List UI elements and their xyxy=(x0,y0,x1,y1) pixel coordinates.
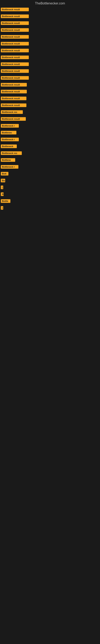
bar-row: Bottleneck result xyxy=(0,14,100,19)
bar-row: Bottlene xyxy=(0,158,100,162)
bar-row: Bottleneck r xyxy=(0,138,100,142)
bar-row: Bottleneck result xyxy=(0,8,100,12)
bar-row: Bottleneck result xyxy=(0,21,100,26)
bottleneck-result-bar: Bo xyxy=(1,179,5,182)
bar-row: Bottleneck result xyxy=(0,117,100,122)
bottleneck-result-bar: Bottleneck res xyxy=(1,151,22,155)
bottleneck-result-bar: Bottlenec xyxy=(1,131,16,134)
bar-row: Bottleneck result xyxy=(0,28,100,32)
bottleneck-result-bar: Bottleneck result xyxy=(1,42,29,46)
bottleneck-result-bar: Bottleneck result xyxy=(1,8,29,11)
bar-row: Bottleneck result xyxy=(0,42,100,46)
bar-row: Bottleneck r xyxy=(0,165,100,170)
bar-row: Bottleneck res xyxy=(0,110,100,115)
bottleneck-result-bar: Bottleneck res xyxy=(1,110,23,114)
bottleneck-result-bar: Bottleneck result xyxy=(1,49,29,52)
bottleneck-result-bar: Bottleneck result xyxy=(1,69,29,73)
bar-row: | xyxy=(0,186,100,190)
bottleneck-result-bar: | xyxy=(1,206,3,210)
bar-row: Bottleneck xyxy=(0,144,100,149)
bar-row: Bottleneck result xyxy=(0,35,100,40)
bar-row: Bottleneck r xyxy=(0,124,100,128)
bar-row: Bottleneck result xyxy=(0,96,100,101)
bottleneck-result-bar: Bottleneck result xyxy=(1,83,27,86)
bar-row: | xyxy=(0,206,100,210)
bottleneck-result-bar: Bottle xyxy=(1,199,10,203)
bar-row: Bottleneck result xyxy=(0,76,100,80)
bottleneck-result-bar: | xyxy=(1,186,3,189)
bottleneck-result-bar: Bottleneck result xyxy=(1,62,29,66)
bottleneck-result-bar: Bottleneck r xyxy=(1,124,19,128)
bottleneck-result-bar: Bottleneck result xyxy=(1,76,29,80)
bar-row: B xyxy=(0,192,100,197)
bottleneck-result-bar: Bottleneck result xyxy=(1,21,29,25)
bar-row: Bo xyxy=(0,179,100,183)
bar-row: Bottleneck result xyxy=(0,90,100,94)
bottleneck-result-bar: Bottleneck r xyxy=(1,165,18,169)
bottleneck-result-bar: Bottleneck result xyxy=(1,56,29,59)
bar-row: Bottleneck result xyxy=(0,83,100,87)
bottleneck-result-bar: Bottlene xyxy=(1,158,15,162)
bottleneck-result-bar: Bott xyxy=(1,172,8,176)
bottleneck-result-bar: Bottleneck result xyxy=(1,90,27,94)
site-title: TheBottlenecker.com xyxy=(0,0,100,8)
bar-row: Bottleneck result xyxy=(0,49,100,53)
bottleneck-result-bar: Bottleneck result xyxy=(1,35,29,39)
bar-row: Bottleneck result xyxy=(0,62,100,67)
bar-row: Bottle xyxy=(0,199,100,204)
bar-row: Bottleneck result xyxy=(0,104,100,108)
bottleneck-result-bar: Bottleneck result xyxy=(1,96,26,100)
bottleneck-result-bar: Bottleneck result xyxy=(1,117,26,121)
bar-row: Bottleneck res xyxy=(0,151,100,156)
bar-row: Bottleneck result xyxy=(0,56,100,60)
bar-row: Bottlenec xyxy=(0,131,100,135)
bottleneck-result-bar: Bottleneck result xyxy=(1,14,29,18)
bars-container: Bottleneck resultBottleneck resultBottle… xyxy=(0,8,100,210)
bottleneck-result-bar: Bottleneck result xyxy=(1,28,29,32)
bar-row: Bottleneck result xyxy=(0,69,100,74)
bottleneck-result-bar: Bottleneck r xyxy=(1,138,19,141)
bar-row: Bott xyxy=(0,172,100,176)
bottleneck-result-bar: B xyxy=(1,192,3,196)
bottleneck-result-bar: Bottleneck xyxy=(1,144,17,148)
bottleneck-result-bar: Bottleneck result xyxy=(1,104,26,107)
